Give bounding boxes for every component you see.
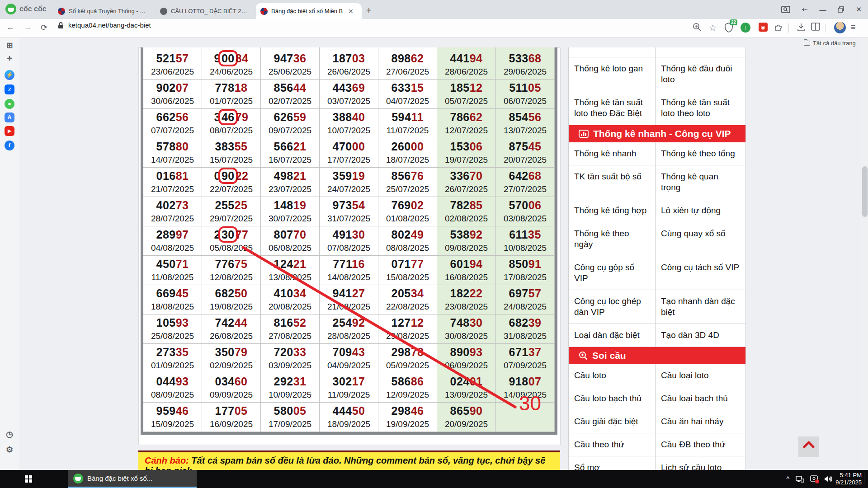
sidebar-link[interactable]: Thống kê đầu đuôi loto xyxy=(656,57,745,91)
avatar[interactable] xyxy=(834,22,846,33)
alert-badge-icon[interactable]: ! xyxy=(810,475,818,483)
special-prize-number: 80249 xyxy=(378,227,437,242)
minimize-icon[interactable]: — xyxy=(819,6,826,14)
zoom-icon[interactable] xyxy=(693,23,702,32)
youtube-icon[interactable]: ▶ xyxy=(5,126,14,136)
draw-date: 28/07/2025 xyxy=(143,213,202,225)
zalo-icon[interactable]: Z xyxy=(5,84,14,94)
special-prize-number: 12712 xyxy=(378,315,437,330)
sidebar-link[interactable]: Thống kê loto gan xyxy=(569,57,656,91)
special-prize-number: 52157 xyxy=(143,51,202,66)
extensions-icon[interactable] xyxy=(774,23,783,32)
sidebar-link[interactable]: Thống kê tần suất loto theo loto xyxy=(656,91,745,125)
sidebar-link[interactable]: Cầu loại loto xyxy=(656,364,745,387)
download-circle-icon[interactable]: ↓ xyxy=(741,23,750,33)
add-icon[interactable]: + xyxy=(5,54,14,64)
messenger-icon[interactable]: ⚡ xyxy=(5,70,14,80)
result-cell: 8659020/09/2025 xyxy=(437,403,496,432)
sidebar-link[interactable]: Công cụ tách số VIP xyxy=(656,256,745,290)
apps-grid-icon[interactable]: ⊞ xyxy=(5,41,14,51)
draw-date: 12/08/2025 xyxy=(202,272,260,283)
history-icon[interactable]: ◷ xyxy=(5,430,14,440)
address-bar[interactable]: ketqua04.net/bang-dac-biet xyxy=(58,21,151,29)
special-prize-number: 27335 xyxy=(143,345,202,360)
network-icon[interactable] xyxy=(796,475,804,483)
settings-icon[interactable]: ⚙ xyxy=(5,445,14,455)
sidebar-link[interactable]: Cầu loto bạch thủ xyxy=(569,387,656,410)
sidebar-link[interactable]: Thống kê tổng hợp xyxy=(569,199,656,222)
tab-cau-lotto[interactable]: CẦU LOTTO_ ĐẶC BIỆT 2D 3D 4D xyxy=(156,3,253,19)
sidebar-link[interactable]: Thống kê theo ngày xyxy=(569,222,656,256)
search-tabs-icon[interactable] xyxy=(781,6,790,13)
special-prize-number: 28997 xyxy=(143,227,202,242)
speaker-icon[interactable] xyxy=(824,475,833,483)
sidebar-link[interactable]: Tạo nhanh dàn đặc biệt xyxy=(656,290,745,324)
draw-date: 19/07/2025 xyxy=(437,154,495,166)
bookmark-star-icon[interactable]: ☆ xyxy=(709,23,717,33)
menu-icon[interactable]: ≡ xyxy=(851,23,856,32)
sidebar-link[interactable]: Cùng quay xổ số xyxy=(656,222,745,256)
all-bookmarks-chip[interactable]: Tất cả dấu trang xyxy=(804,40,856,47)
sidebar-link[interactable]: Tạo dàn 3D 4D xyxy=(656,324,745,347)
sidebar-link[interactable]: Thống kê theo tổng xyxy=(656,142,745,165)
reload-icon[interactable]: ⟳ xyxy=(41,23,47,33)
draw-date: 12/07/2025 xyxy=(437,125,495,136)
sidebar-vip-rows: Thống kê nhanhThống kê theo tổngTK tần s… xyxy=(569,142,745,347)
back-icon[interactable]: ← xyxy=(6,23,14,32)
result-cell: 9735431/07/2025 xyxy=(320,197,378,226)
chat-icon[interactable]: ● xyxy=(5,99,14,109)
sidebar-link[interactable]: Cầu theo thứ xyxy=(569,433,656,456)
sidebar-link[interactable]: TK tần suất bộ số xyxy=(569,165,656,199)
result-cell: 2549228/08/2025 xyxy=(320,314,378,344)
draw-date: 03/07/2025 xyxy=(320,95,378,107)
adblock-icon[interactable]: ◉ xyxy=(759,23,768,32)
result-cell: 3367026/07/2025 xyxy=(437,168,496,197)
result-cell: 1822223/08/2025 xyxy=(437,285,496,314)
tray-chevron-up-icon[interactable]: ^ xyxy=(786,475,789,483)
sidebar-link[interactable]: Thống kê nhanh xyxy=(569,142,656,165)
draw-date: 22/07/2025 xyxy=(202,183,260,195)
sidebar-link[interactable]: Cầu loto xyxy=(569,364,656,387)
draw-date: 09/09/2025 xyxy=(202,389,260,401)
sidebar-link[interactable]: Loại dàn đặc biệt xyxy=(569,324,656,347)
sidebar-row: Thống kê theo ngàyCùng quay xổ số xyxy=(569,222,745,256)
maximize-icon[interactable] xyxy=(838,6,844,13)
draw-date: 25/06/2025 xyxy=(261,66,319,78)
scrollbar-thumb[interactable] xyxy=(862,166,868,217)
sidebar-link[interactable]: Cầu ĐB theo thứ xyxy=(656,433,745,456)
forward-icon[interactable]: → xyxy=(24,23,32,32)
tab-so-ket-qua[interactable]: Sổ kết quả Truyền Thống - Tổng xyxy=(53,3,151,19)
split-view-icon[interactable] xyxy=(811,23,820,31)
facebook-icon[interactable]: f xyxy=(5,141,14,150)
tab-bang-dac-biet[interactable]: Bảng đặc biệt xổ số Miền B ✕ xyxy=(256,3,362,19)
special-prize-number: 07177 xyxy=(378,257,437,272)
draw-date: 07/08/2025 xyxy=(320,242,378,254)
shield-icon[interactable]: 22 xyxy=(724,23,733,34)
restore-tab-icon[interactable]: ⇠ xyxy=(802,5,808,14)
draw-date: 17/09/2025 xyxy=(261,418,319,430)
sidebar-link[interactable]: Công cụ lọc ghép dàn VIP xyxy=(569,290,656,324)
scroll-to-top-button[interactable] xyxy=(798,436,819,457)
downloads-icon[interactable] xyxy=(797,23,806,32)
sidebar-link[interactable]: Cầu loại bạch thủ xyxy=(656,387,745,410)
draw-date: 14/07/2025 xyxy=(143,154,202,166)
close-tab-icon[interactable]: ✕ xyxy=(347,8,354,15)
special-prize-number: 87545 xyxy=(496,139,554,154)
sidebar-link[interactable]: Lô xiên tự động xyxy=(656,199,745,222)
sidebar-link[interactable]: Thống kê tần suất loto theo Đặc Biệt xyxy=(569,91,656,125)
coccoc-logo[interactable]: cốc cốc xyxy=(5,4,47,14)
close-icon[interactable]: ✕ xyxy=(856,5,862,14)
sidebar-link[interactable]: Cầu giải đặc biệt xyxy=(569,410,656,433)
clock[interactable]: 5:41 PM 9/21/2025 xyxy=(835,472,862,486)
sidebar-link[interactable]: Thống kê quan trọng xyxy=(656,165,745,199)
draw-date: 22/08/2025 xyxy=(378,301,437,313)
show-desktop-divider[interactable] xyxy=(864,473,864,485)
translate-icon[interactable]: A xyxy=(5,113,14,122)
taskbar-app-button[interactable]: Bảng đặc biệt xổ số... xyxy=(68,470,197,488)
sidebar-link[interactable]: Công cụ gộp số VIP xyxy=(569,256,656,290)
start-button[interactable] xyxy=(25,475,32,483)
special-prize-number: 58686 xyxy=(378,374,437,389)
new-tab-button[interactable]: + xyxy=(366,5,372,16)
page-scrollbar[interactable] xyxy=(861,38,868,470)
sidebar-link[interactable]: Cầu ăn hai nháy xyxy=(656,410,745,433)
